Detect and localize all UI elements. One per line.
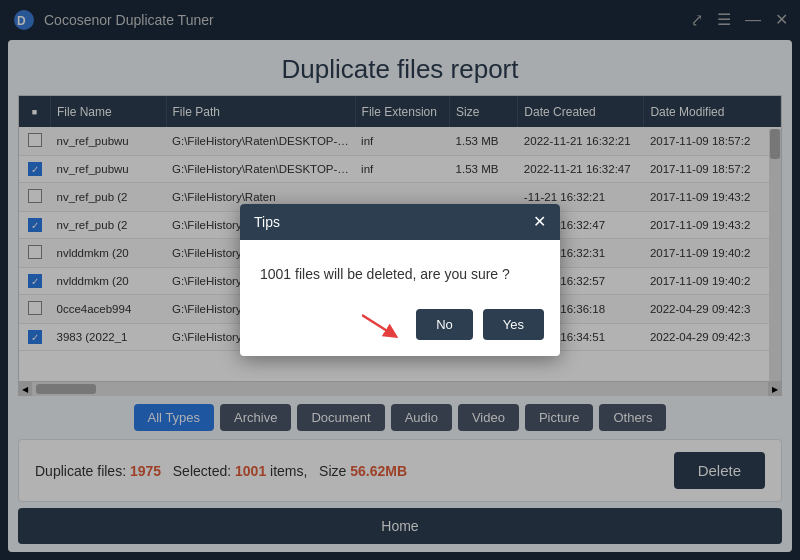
modal-header: Tips ✕	[240, 204, 560, 240]
tips-dialog: Tips ✕ 1001 files will be deleted, are y…	[240, 204, 560, 356]
modal-body: 1001 files will be deleted, are you sure…	[240, 240, 560, 301]
modal-title: Tips	[254, 214, 280, 230]
modal-close-button[interactable]: ✕	[533, 214, 546, 230]
modal-yes-button[interactable]: Yes	[483, 309, 544, 340]
modal-message: 1001 files will be deleted, are you sure…	[260, 264, 540, 285]
svg-line-3	[362, 315, 392, 334]
modal-overlay: Tips ✕ 1001 files will be deleted, are y…	[0, 0, 800, 560]
modal-no-button[interactable]: No	[416, 309, 473, 340]
modal-footer: No Yes	[240, 301, 560, 356]
red-arrow-icon	[362, 310, 402, 340]
